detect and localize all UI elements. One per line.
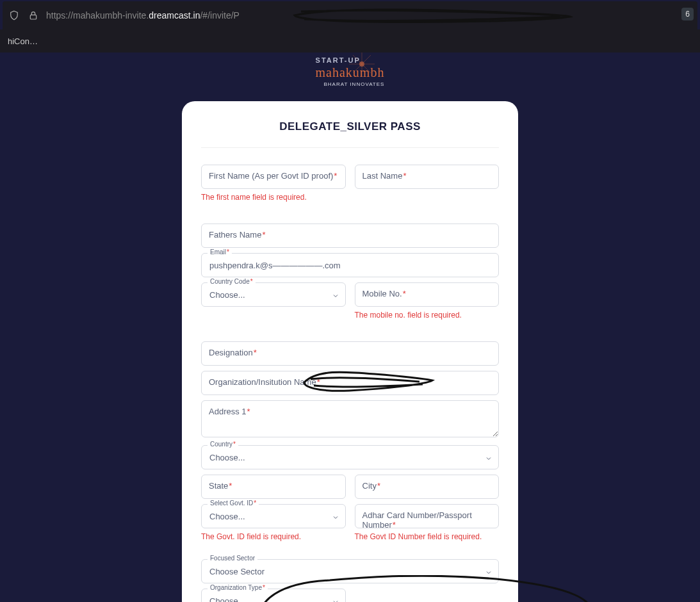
org-type-label: Organization Type* bbox=[208, 584, 268, 591]
sector-select[interactable]: Choose Sector bbox=[201, 559, 499, 583]
svg-rect-0 bbox=[30, 15, 36, 19]
state-input[interactable] bbox=[201, 475, 346, 499]
address1-input[interactable] bbox=[201, 400, 499, 437]
browser-url-bar: https://mahakumbh-invite.dreamcast.in/#/… bbox=[3, 1, 697, 29]
country-label: Country* bbox=[208, 441, 238, 448]
url-text[interactable]: https://mahakumbh-invite.dreamcast.in/#/… bbox=[46, 10, 692, 20]
page-body: START-UP mahakumbh BHARAT INNOVATES DELE… bbox=[0, 53, 700, 602]
fathers-name-input[interactable] bbox=[201, 224, 499, 248]
first-name-input[interactable] bbox=[201, 165, 346, 189]
country-code-select[interactable]: Choose... bbox=[201, 282, 346, 307]
govt-id-label: Select Govt. ID* bbox=[208, 500, 259, 507]
email-input[interactable] bbox=[201, 253, 499, 277]
first-name-error: The first name field is required. bbox=[201, 193, 346, 202]
form-card: DELEGATE_SILVER PASS First Name (As per … bbox=[182, 101, 518, 602]
logo: START-UP mahakumbh BHARAT INNOVATES bbox=[0, 53, 700, 95]
card-title: DELEGATE_SILVER PASS bbox=[201, 120, 499, 133]
city-input[interactable] bbox=[355, 475, 500, 499]
mobile-input[interactable] bbox=[355, 282, 500, 307]
logo-line3: BHARAT INNOVATES bbox=[316, 81, 385, 87]
email-label: Email* bbox=[208, 248, 232, 256]
mobile-error: The mobile no. field is required. bbox=[355, 311, 500, 320]
shield-icon[interactable] bbox=[8, 9, 20, 22]
logo-line2: mahakumbh bbox=[316, 65, 385, 80]
organization-input[interactable] bbox=[201, 371, 499, 395]
country-code-label: Country Code* bbox=[208, 278, 256, 285]
bookmark-bar: hiConn… bbox=[0, 29, 700, 53]
govt-id-error: The Govt. ID field is required. bbox=[201, 532, 346, 541]
notification-badge[interactable]: 6 bbox=[681, 8, 694, 20]
logo-line1: START-UP bbox=[316, 56, 385, 64]
govt-id-num-error: The Govt ID Number field is required. bbox=[355, 532, 500, 541]
last-name-input[interactable] bbox=[355, 165, 500, 189]
bookmark-item[interactable]: hiConn… bbox=[3, 34, 47, 49]
designation-input[interactable] bbox=[201, 341, 499, 366]
lock-icon[interactable] bbox=[27, 9, 40, 22]
govt-id-num-input[interactable] bbox=[355, 504, 500, 528]
divider bbox=[201, 147, 499, 148]
country-select[interactable]: Choose... bbox=[201, 445, 499, 469]
govt-id-select[interactable]: Choose... bbox=[201, 504, 346, 528]
sector-label: Focused Sector bbox=[208, 555, 257, 562]
